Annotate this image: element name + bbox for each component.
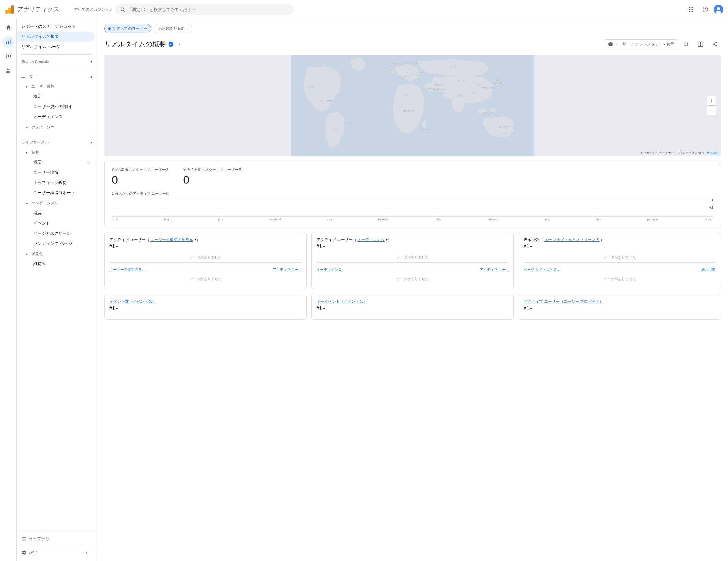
nav-item-retention[interactable]: 維持率 — [17, 259, 95, 269]
svg-text:スウェーデン: スウェーデン — [395, 64, 406, 66]
svg-text:パプア ニューギニア: パプア ニューギニア — [503, 132, 517, 134]
card-title-link-1[interactable]: ユーザーの最初の参照元 — [150, 238, 193, 242]
zoom-in-btn[interactable]: + — [707, 96, 716, 106]
app-name: アナリティクス — [17, 5, 59, 13]
svg-point-13 — [692, 11, 693, 12]
svg-rect-30 — [22, 540, 26, 540]
apps-button[interactable] — [685, 4, 697, 16]
snapshot-btn[interactable]: ユーザー スナップショットを表示 — [604, 39, 678, 49]
nav-item-landing-page[interactable]: ランディング ページ — [17, 239, 95, 249]
keyboard-shortcut: キーボード ショートカット — [640, 151, 677, 155]
card-col2-1[interactable]: アクティブ ユー... — [273, 267, 302, 272]
zoom-out-btn[interactable]: − — [707, 106, 716, 115]
layout: レポートのスナップショット リアルタイムの概要 リアルタイム ページ Searc… — [0, 19, 728, 561]
all-users-chip[interactable]: 3 すべてのユーザー — [104, 24, 151, 33]
lifecycle-header[interactable]: ライフサイクル ▴ — [17, 137, 97, 147]
collapse-sidebar-button[interactable]: ‹ — [80, 547, 92, 559]
nav-item-acq-overview[interactable]: 概要 ⊟ — [17, 158, 95, 168]
stat-30min: 過去 30 分のアクティブ ユーザー数 0 — [112, 167, 169, 187]
account-nav[interactable]: すべてのアカウント › — [74, 7, 112, 12]
nav-item-events[interactable]: イベント — [17, 218, 95, 229]
technology-header[interactable]: ▸ テクノロジー — [17, 122, 97, 132]
nav-item-engagement-overview[interactable]: 概要 — [17, 208, 95, 218]
sidebar-icon-reports[interactable] — [2, 36, 14, 48]
svg-text:日本: 日本 — [496, 79, 500, 81]
nav-item-realtime-overview[interactable]: リアルタイムの概要 — [17, 32, 95, 42]
svg-point-27 — [7, 71, 11, 73]
bottom-bar: 設定 ‹ — [17, 544, 97, 561]
settings-label: 設定 — [29, 550, 37, 555]
chart-axis-mid: 0.5 — [709, 206, 713, 209]
sidebar-icon-explore[interactable] — [2, 50, 14, 62]
search-input[interactable] — [128, 7, 290, 12]
svg-text:ブラジル: ブラジル — [331, 128, 338, 130]
svg-point-12 — [690, 11, 691, 12]
user-section-header[interactable]: ユーザー ▴ — [17, 71, 97, 81]
nav-item-snapshot[interactable]: レポートのスナップショット — [17, 21, 95, 32]
nav-item-overview[interactable]: 概要 — [17, 92, 95, 102]
library-item[interactable]: ライブラリ — [17, 534, 97, 544]
acquisition-header[interactable]: ▸ 集客 — [17, 147, 97, 158]
title-chevron-icon[interactable] — [176, 41, 182, 47]
chart-tick-mid — [112, 208, 713, 208]
engagement-header[interactable]: ▸ エンゲージメント — [17, 198, 97, 208]
user-attributes-header[interactable]: ▸ ユーザー属性 — [17, 81, 97, 92]
card-title-link-2[interactable]: オーディエンス — [357, 238, 385, 242]
svg-rect-1 — [8, 8, 11, 14]
main-inner: 3 すべてのユーザー 比較対象を追加 + リアルタイムの概要 — [97, 19, 728, 324]
library-label: ライブラリ — [29, 536, 50, 542]
share-btn[interactable] — [709, 38, 721, 50]
settings-bar[interactable]: 設定 — [21, 550, 80, 555]
help-icon: ? — [702, 7, 708, 13]
user-section-chevron: ▴ — [90, 74, 92, 78]
bottom-card-link-1[interactable]: イベント数（イベント名） — [109, 299, 156, 303]
monetization-header[interactable]: ▸ 収益化 — [17, 249, 97, 259]
svg-text:スペイン: スペイン — [399, 76, 405, 78]
card-active-users-property: アクティブ ユーザー（ユーザー プロパティ） #1 - — [519, 294, 721, 319]
compare-btn[interactable] — [695, 38, 707, 50]
search-console-section[interactable]: Search Console ▾ — [17, 57, 97, 66]
card-col1-2[interactable]: オーディエンス — [317, 267, 342, 272]
bottom-card-link-3[interactable]: アクティブ ユーザー（ユーザー プロパティ） — [524, 299, 603, 303]
card-table-header-3: ページ タイトルとス... 表示回数 — [524, 265, 716, 274]
snapshot-label: レポートのスナップショット — [21, 24, 76, 29]
nav-item-user-acquisition[interactable]: ユーザー獲得 — [17, 168, 95, 178]
help-button[interactable]: ? — [699, 4, 711, 16]
add-comparison-btn[interactable]: 比較対象を追加 + — [154, 24, 192, 33]
bottom-card-link-2[interactable]: キーイベント（イベント名） — [317, 299, 367, 303]
acquisition-label: 集客 — [31, 150, 39, 155]
nav-item-pages-screens[interactable]: ページとスクリーン — [17, 229, 95, 239]
audience-icon — [5, 67, 11, 73]
lifecycle-chevron: ▴ — [90, 140, 92, 144]
svg-text:イタリア: イタリア — [405, 76, 411, 78]
acq-icon: ⊟ — [87, 161, 90, 165]
nav-item-realtime-page[interactable]: リアルタイム ページ — [17, 42, 95, 52]
card-col2-2[interactable]: アクティブ ユー... — [480, 267, 509, 272]
svg-rect-32 — [698, 42, 701, 47]
svg-text:インドネシア: インドネシア — [481, 112, 492, 114]
user-cohort-label: ユーザー獲得コホート — [33, 190, 75, 196]
svg-text:アイスランド: アイスランド — [412, 62, 421, 64]
avatar[interactable] — [714, 5, 723, 14]
nav-item-traffic-acquisition[interactable]: トラフィック獲得 — [17, 178, 95, 188]
nav-item-user-attributes-detail[interactable]: ユーザー属性の詳細 — [17, 102, 95, 112]
share-icon — [712, 41, 718, 47]
nav-item-user-cohort[interactable]: ユーザー獲得コホート — [17, 188, 95, 198]
nav-item-audience[interactable]: オーディエンス — [17, 112, 95, 122]
card-title-link-3[interactable]: ページ タイトルとスクリーン名 — [544, 238, 600, 242]
compare-icon — [698, 41, 703, 47]
camera-icon — [608, 42, 613, 47]
library-icon — [21, 537, 26, 541]
svg-rect-2 — [11, 5, 14, 14]
filter-bar: 3 すべてのユーザー 比較対象を追加 + — [104, 24, 721, 33]
sidebar-icon-home[interactable] — [2, 21, 14, 33]
fullscreen-btn[interactable] — [680, 38, 692, 50]
engagement-label: エンゲージメント — [31, 201, 62, 206]
card-no-data-2: データがありません — [317, 253, 509, 263]
terms-link[interactable]: 利用規約 — [707, 151, 718, 155]
card-title-2: アクティブ ユーザー（ オーディエンス ▾） — [317, 237, 509, 243]
sidebar-icon-audience[interactable] — [2, 64, 14, 76]
card-col2-3[interactable]: 表示回数 — [701, 267, 716, 272]
card-col1-1[interactable]: ユーザーの最初の参.. — [109, 267, 144, 272]
card-col1-3[interactable]: ページ タイトルとス... — [524, 267, 560, 272]
